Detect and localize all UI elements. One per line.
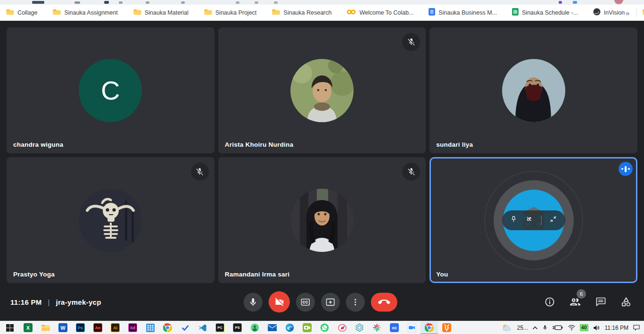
windows-taskbar: X W Ps An Ai Xd PC PS oc 25... 40: [0, 321, 644, 334]
bookmark-label: Sinauka Schedule -...: [522, 9, 578, 16]
participant-tile-you[interactable]: You: [429, 157, 637, 283]
mic-off-icon: [402, 33, 420, 51]
participant-tile-ramandani[interactable]: Ramandani Irma sari: [218, 157, 426, 283]
tray-battery-icon[interactable]: [552, 325, 563, 331]
meet-bottom-bar: 11:16 PM | jra-ymek-ycp: [0, 283, 644, 321]
more-vert-icon: [351, 297, 360, 307]
weather-temp[interactable]: 25...: [517, 325, 528, 331]
chrome-active-icon[interactable]: [421, 321, 438, 334]
bookmark-sinauka-schedule[interactable]: Sinauka Schedule -...: [512, 8, 578, 17]
pin-tile-button[interactable]: [510, 215, 518, 225]
participant-grid: C chandra wiguna: [7, 27, 637, 283]
participant-name: Arista Khoiru Nurdina: [225, 141, 294, 148]
bookmark-collage[interactable]: Collage: [6, 8, 37, 17]
bookmark-sinauka-business[interactable]: Sinauka Business M...: [429, 8, 497, 17]
animate-icon[interactable]: An: [89, 321, 107, 334]
calendar-icon[interactable]: [141, 321, 159, 334]
video-app-icon[interactable]: [403, 321, 421, 334]
captions-icon: [300, 297, 311, 307]
minimize-tile-button[interactable]: [549, 215, 557, 225]
more-options-button[interactable]: [346, 292, 365, 311]
bookmark-sinauka-assignment[interactable]: Sinauka Assignment: [52, 8, 117, 17]
tray-clock[interactable]: 11:16 PM: [605, 325, 628, 331]
participants-button[interactable]: 6: [569, 295, 582, 309]
action-center-icon[interactable]: [633, 324, 640, 331]
colorful-flower-app-icon[interactable]: [368, 321, 386, 334]
tab-strip-fragment: [255, 1, 258, 4]
tab-strip-fragment: [119, 1, 123, 4]
present-button[interactable]: [321, 292, 340, 311]
folder-icon: [204, 8, 212, 17]
whatsapp-icon[interactable]: [316, 321, 333, 334]
hexagon-app-icon[interactable]: [351, 321, 368, 334]
participant-tile-prastyo[interactable]: Prastyo Yoga: [7, 157, 215, 283]
tile-hover-actions: [502, 210, 565, 230]
end-call-button[interactable]: [371, 292, 397, 311]
bookmark-label: Collage: [17, 9, 37, 16]
bookmark-sinauka-material[interactable]: Sinauka Material: [133, 8, 189, 17]
avatar-photo: [79, 189, 142, 252]
activities-button[interactable]: [619, 295, 633, 309]
pycharm-icon[interactable]: PC: [211, 321, 229, 334]
word-icon[interactable]: W: [54, 321, 72, 334]
meeting-info: 11:16 PM | jra-ymek-ycp: [10, 298, 101, 306]
bookmarks-divider: [636, 8, 636, 17]
folder-icon: [52, 8, 61, 17]
bookmark-sinauka-research[interactable]: Sinauka Research: [272, 8, 331, 17]
tab-strip-fragment: [104, 1, 109, 4]
xampp-icon[interactable]: [438, 321, 455, 334]
captions-button[interactable]: [296, 292, 315, 311]
colab-icon: [347, 8, 356, 17]
meeting-details-button[interactable]: [543, 295, 556, 309]
toolbar-icon-fragment: [573, 1, 577, 4]
bookmarks-bar-right: » Other bookmarks: [625, 8, 644, 17]
bookmark-label: Sinauka Project: [215, 9, 257, 16]
mic-toggle-button[interactable]: [244, 292, 263, 311]
other-bookmarks[interactable]: Other bookmarks: [642, 8, 644, 17]
chat-button[interactable]: [594, 295, 607, 309]
bookmark-invision[interactable]: InVision: [593, 8, 625, 17]
mic-icon: [248, 297, 258, 307]
adobe-xd-icon[interactable]: Xd: [124, 321, 141, 334]
illustrator-icon[interactable]: Ai: [107, 321, 124, 334]
photoshop-icon[interactable]: Ps: [72, 321, 89, 334]
bookmarks-overflow-chevron[interactable]: »: [625, 9, 630, 17]
participant-tile-sundari[interactable]: sundari liya: [429, 27, 637, 153]
camera-off-button[interactable]: [269, 292, 290, 313]
todo-check-icon[interactable]: [176, 321, 194, 334]
vscode-icon[interactable]: [194, 321, 211, 334]
oc-app-icon[interactable]: oc: [386, 321, 403, 334]
tab-strip-fragment: [74, 1, 80, 4]
bookmark-sinauka-project[interactable]: Sinauka Project: [204, 8, 257, 17]
tab-strip-fragment: [32, 1, 44, 4]
bookmarks-bar: Collage Sinauka Assignment Sinauka Mater…: [0, 5, 644, 21]
tray-expand-chevron[interactable]: [532, 326, 538, 330]
android-emulator-icon[interactable]: [246, 321, 264, 334]
tray-mic-icon[interactable]: [542, 324, 548, 331]
file-explorer-icon[interactable]: [37, 321, 54, 334]
tray-wifi-icon[interactable]: [568, 325, 576, 331]
participant-tile-arista[interactable]: Arista Khoiru Nurdina: [218, 27, 426, 153]
excel-icon[interactable]: X: [19, 321, 37, 334]
tab-strip-fragment: [181, 1, 185, 4]
folder-icon: [133, 8, 141, 17]
bookmark-label: Welcome To Colab...: [359, 9, 413, 16]
participant-tile-chandra-wiguna[interactable]: C chandra wiguna: [7, 27, 215, 153]
mail-icon[interactable]: [264, 321, 281, 334]
weather-icon[interactable]: [501, 324, 512, 332]
camera-app-icon[interactable]: [298, 321, 316, 334]
chat-icon: [595, 296, 606, 308]
audio-playing-indicator: [619, 162, 633, 176]
start-button[interactable]: [0, 321, 19, 334]
sketch-red-app-icon[interactable]: [333, 321, 351, 334]
edge-icon[interactable]: [281, 321, 298, 334]
meeting-code[interactable]: jra-ymek-ycp: [56, 298, 101, 306]
tray-volume-icon[interactable]: [593, 325, 601, 331]
bookmark-welcome-to-colab[interactable]: Welcome To Colab...: [347, 8, 413, 17]
phpstorm-icon[interactable]: PS: [229, 321, 246, 334]
battery-percent-badge[interactable]: 40: [580, 324, 588, 331]
pip-off-button[interactable]: [525, 215, 533, 225]
bookmarks-group: Collage Sinauka Assignment Sinauka Mater…: [6, 8, 625, 17]
invision-globe-icon: [593, 8, 601, 17]
chrome-icon[interactable]: [159, 321, 176, 334]
